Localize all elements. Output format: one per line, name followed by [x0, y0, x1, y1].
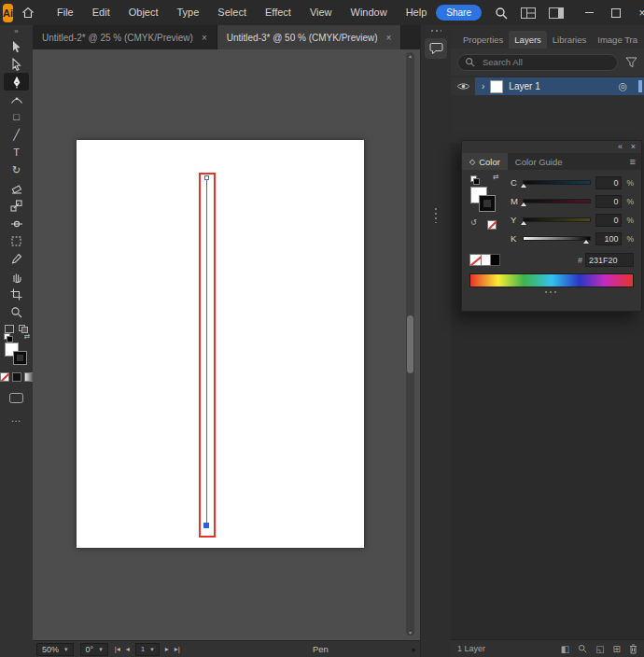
next-artboard-icon[interactable]: ▸ [165, 645, 169, 653]
slider-thumb[interactable] [521, 221, 526, 225]
selected-rectangle-path[interactable] [199, 173, 216, 538]
vertical-scrollbar-thumb[interactable] [407, 315, 413, 373]
rotation-dropdown[interactable]: 0° ▾ [80, 643, 108, 656]
none-mini-swatch[interactable] [487, 220, 497, 230]
zoom-tool[interactable] [4, 303, 29, 321]
share-button[interactable]: Share [436, 5, 482, 21]
none-swatch[interactable] [469, 254, 482, 266]
slider-thumb[interactable] [521, 203, 526, 206]
yellow-value-field[interactable]: 0 [595, 214, 622, 227]
dock-resize-grip[interactable] [435, 208, 437, 223]
layers-search-box[interactable] [457, 54, 618, 71]
layer-selected-area[interactable]: › Layer 1 ◎ [475, 77, 644, 95]
pen-path-segment[interactable] [206, 177, 207, 525]
restore-button[interactable] [603, 0, 629, 25]
make-clip-mask-icon[interactable]: ◧ [561, 644, 569, 654]
menu-select[interactable]: Select [208, 0, 256, 25]
menu-file[interactable]: File [48, 0, 83, 25]
scale-tool[interactable] [4, 197, 29, 215]
tab-color[interactable]: ◇ Color [462, 153, 508, 170]
draw-normal-icon[interactable] [5, 325, 14, 333]
target-circle-icon[interactable]: ◎ [618, 80, 627, 92]
color-button[interactable] [12, 372, 21, 382]
stroke-swatch[interactable] [479, 195, 496, 212]
home-icon[interactable] [21, 7, 35, 19]
new-sublayer-icon[interactable]: ◱ [595, 644, 604, 654]
menu-help[interactable]: Help [397, 0, 437, 25]
cyan-slider[interactable] [523, 180, 592, 185]
rotate-tool[interactable]: ↻ [4, 161, 29, 179]
previous-artboard-icon[interactable]: ◂ [126, 645, 130, 653]
hex-input[interactable] [585, 253, 634, 267]
slider-thumb[interactable] [583, 240, 589, 244]
artboard-tool[interactable] [4, 286, 29, 303]
search-input[interactable] [481, 56, 610, 68]
magenta-slider[interactable] [523, 199, 591, 203]
black-swatch[interactable] [491, 254, 500, 266]
eraser-tool[interactable] [4, 179, 29, 197]
anchor-point-top[interactable] [204, 175, 209, 180]
tab-image-trace[interactable]: Image Tra [592, 31, 643, 49]
zoom-dropdown[interactable]: 50% ▾ [36, 643, 74, 656]
yellow-slider[interactable] [523, 217, 592, 222]
expand-chevron-icon[interactable]: › [482, 81, 484, 91]
reset-icon[interactable]: ↺ [470, 218, 477, 227]
direct-selection-tool[interactable] [4, 55, 29, 73]
screen-mode-icon[interactable] [9, 393, 23, 403]
scroll-up-icon[interactable]: ▴ [406, 52, 414, 59]
workspace-grid-icon[interactable] [521, 7, 536, 19]
close-button[interactable]: × [629, 0, 644, 25]
new-layer-icon[interactable]: ⊞ [613, 644, 621, 654]
locate-object-icon[interactable] [578, 644, 587, 653]
eyedropper-tool[interactable] [4, 250, 29, 268]
pen-tool[interactable] [4, 73, 29, 91]
free-transform-tool[interactable] [4, 232, 29, 250]
menu-window[interactable]: Window [342, 0, 397, 25]
curvature-tool[interactable] [4, 91, 29, 108]
hand-tool[interactable] [4, 268, 29, 286]
menu-view[interactable]: View [301, 0, 342, 25]
none-button[interactable] [0, 372, 9, 382]
minimize-button[interactable] [577, 0, 603, 25]
artboard[interactable] [77, 140, 364, 548]
arrange-documents-icon[interactable] [549, 7, 564, 19]
slider-thumb[interactable] [521, 184, 526, 188]
panel-resize-grip[interactable] [469, 287, 634, 296]
canvas[interactable]: ▴ ▾ [33, 49, 420, 640]
cyan-value-field[interactable]: 0 [595, 176, 622, 189]
width-tool[interactable] [4, 215, 29, 232]
collapse-to-icons-icon[interactable]: « [618, 141, 623, 153]
visibility-eye-icon[interactable] [451, 82, 475, 91]
artboard-number-dropdown[interactable]: 1 ▾ [135, 643, 160, 656]
stroke-swatch[interactable] [13, 351, 27, 365]
menu-edit[interactable]: Edit [83, 0, 119, 25]
search-icon[interactable] [495, 7, 508, 20]
edit-toolbar-icon[interactable]: … [11, 412, 22, 424]
layer-thumbnail[interactable] [490, 80, 503, 93]
panel-menu-icon[interactable]: ≡ [630, 156, 636, 167]
filter-icon[interactable] [625, 57, 637, 68]
layer-row[interactable]: › Layer 1 ◎ [451, 77, 644, 95]
comments-panel-button[interactable] [425, 38, 447, 59]
gradient-button[interactable] [24, 372, 34, 382]
document-tab-2[interactable]: Untitled-3* @ 50 % (CMYK/Preview) × [217, 25, 402, 49]
selection-tool[interactable] [4, 37, 29, 55]
tab-libraries[interactable]: Libraries [547, 31, 592, 49]
color-spectrum-bar[interactable] [469, 273, 634, 287]
dock-grip[interactable] [431, 30, 441, 32]
document-tab-1-close-icon[interactable]: × [202, 33, 207, 43]
scroll-down-icon[interactable]: ▾ [406, 629, 414, 636]
rectangle-tool[interactable]: □ [4, 108, 29, 126]
white-swatch[interactable] [482, 254, 491, 266]
last-artboard-icon[interactable]: ▸| [175, 645, 180, 653]
first-artboard-icon[interactable]: |◂ [115, 645, 120, 653]
black-slider[interactable] [523, 236, 592, 241]
menu-object[interactable]: Object [119, 0, 168, 25]
delete-icon[interactable] [629, 644, 637, 654]
vertical-scrollbar[interactable]: ▴ ▾ [406, 52, 414, 636]
menu-type[interactable]: Type [168, 0, 209, 25]
swap-fill-stroke-icon[interactable]: ⇄ [24, 332, 31, 341]
close-panel-icon[interactable]: × [631, 141, 636, 153]
type-tool[interactable]: T [4, 144, 29, 161]
toolbar-collapse-icon[interactable]: » [14, 25, 18, 37]
